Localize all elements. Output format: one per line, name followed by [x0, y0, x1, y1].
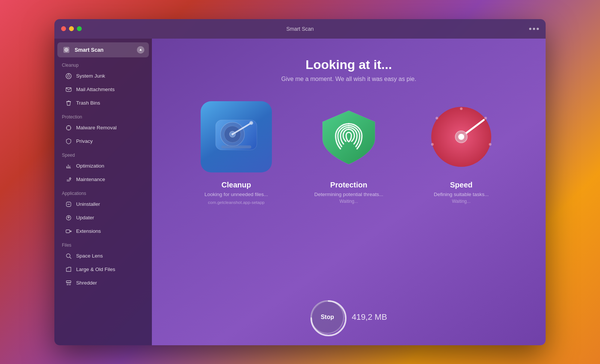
card-speed: Speed Defining suitable tasks... Waiting…	[412, 101, 510, 204]
protection-card-subtitle: Determining potential threats...	[314, 192, 383, 197]
trash-bins-label: Trash Bins	[76, 100, 100, 106]
svg-point-43	[489, 143, 492, 145]
svg-point-42	[484, 117, 487, 119]
traffic-lights	[61, 26, 82, 31]
large-files-icon	[65, 266, 72, 273]
privacy-label: Privacy	[76, 138, 93, 144]
sidebar-item-extensions[interactable]: Extensions	[57, 225, 149, 238]
dot-icon	[533, 28, 535, 30]
protection-card-title: Protection	[330, 181, 368, 189]
main-window: Smart Scan Smart Scan	[54, 19, 546, 345]
space-lens-icon	[65, 252, 72, 260]
uninstaller-icon	[65, 201, 72, 208]
titlebar: Smart Scan	[54, 19, 546, 39]
sidebar-item-trash-bins[interactable]: Trash Bins	[57, 97, 149, 109]
system-junk-icon	[65, 72, 72, 80]
section-header-speed: Speed	[54, 148, 152, 159]
more-options[interactable]	[529, 28, 539, 30]
bottom-area: Stop 419,2 MB	[310, 300, 387, 334]
svg-point-48	[458, 134, 464, 140]
mail-attachments-label: Mail Attachments	[76, 87, 115, 92]
sidebar-item-malware-removal[interactable]: Malware Removal	[57, 121, 149, 134]
sidebar-item-large-files[interactable]: Large & Old Files	[57, 263, 149, 276]
svg-point-23	[66, 254, 70, 258]
sidebar-active-label: Smart Scan	[75, 47, 133, 53]
section-header-applications: Applications	[54, 186, 152, 198]
sidebar-item-mail-attachments[interactable]: Mail Attachments	[57, 83, 149, 96]
optimization-label: Optimization	[76, 163, 104, 169]
sidebar: Smart Scan Cleanup System Junk	[54, 39, 152, 345]
svg-rect-22	[66, 230, 70, 233]
gauge-svg-wrap	[426, 101, 497, 172]
svg-line-29	[70, 284, 70, 285]
section-header-cleanup: Cleanup	[54, 58, 152, 69]
card-cleanup: Cleanup Looking for unneeded files... co…	[188, 101, 285, 205]
protection-card-status: Waiting...	[339, 199, 358, 204]
malware-icon	[65, 124, 72, 132]
dot-icon	[529, 28, 531, 30]
close-button[interactable]	[61, 26, 66, 31]
sidebar-item-smart-scan[interactable]: Smart Scan	[57, 42, 149, 57]
dot-icon	[537, 28, 539, 30]
cleanup-card-subtitle: Looking for unneeded files...	[204, 192, 268, 197]
shield-svg-wrap	[313, 101, 384, 172]
svg-point-2	[66, 49, 67, 50]
system-junk-label: System Junk	[76, 73, 105, 79]
updater-icon	[65, 214, 72, 222]
sidebar-item-space-lens[interactable]: Space Lens	[57, 250, 149, 262]
sidebar-item-uninstaller[interactable]: Uninstaller	[57, 198, 149, 211]
svg-rect-39	[221, 145, 251, 148]
sidebar-badge	[137, 46, 144, 54]
sidebar-item-maintenance[interactable]: Maintenance	[57, 173, 149, 186]
extensions-label: Extensions	[76, 228, 101, 234]
section-header-files: Files	[54, 238, 152, 249]
shredder-label: Shredder	[76, 280, 97, 286]
svg-point-45	[431, 143, 434, 145]
uninstaller-label: Uninstaller	[76, 201, 100, 207]
sidebar-item-optimization[interactable]: Optimization	[57, 160, 149, 172]
speed-card-subtitle: Defining suitable tasks...	[434, 192, 489, 197]
svg-rect-25	[66, 281, 71, 283]
optimization-icon	[65, 162, 72, 170]
maintenance-label: Maintenance	[76, 177, 105, 182]
svg-line-24	[70, 257, 71, 259]
trash-icon	[65, 99, 72, 107]
svg-line-27	[68, 284, 68, 285]
malware-removal-label: Malware Removal	[76, 125, 117, 130]
space-lens-label: Space Lens	[76, 253, 103, 259]
cards-row: Cleanup Looking for unneeded files... co…	[167, 101, 531, 205]
svg-point-44	[436, 117, 438, 119]
svg-marker-3	[140, 49, 142, 51]
minimize-button[interactable]	[69, 26, 74, 31]
speed-icon-wrap	[426, 101, 497, 172]
progress-arc	[310, 300, 347, 337]
privacy-icon	[65, 138, 72, 145]
sidebar-item-privacy[interactable]: Privacy	[57, 135, 149, 148]
protection-icon-wrap	[313, 101, 384, 172]
mail-icon	[65, 86, 72, 93]
shredder-icon	[65, 279, 72, 287]
svg-point-38	[249, 121, 253, 125]
fullscreen-button[interactable]	[77, 26, 82, 31]
updater-label: Updater	[76, 215, 94, 220]
card-protection: Protection Determining potential threats…	[300, 101, 398, 204]
large-files-label: Large & Old Files	[76, 267, 115, 272]
sidebar-item-system-junk[interactable]: System Junk	[57, 70, 149, 82]
scan-icon	[62, 45, 71, 54]
size-label: 419,2 MB	[352, 312, 387, 322]
main-title: Looking at it...	[306, 57, 392, 72]
content-area: Smart Scan Cleanup System Junk	[54, 39, 546, 345]
sidebar-item-updater[interactable]: Updater	[57, 211, 149, 224]
main-content: Looking at it... Give me a moment. We al…	[152, 39, 546, 345]
section-header-protection: Protection	[54, 110, 152, 121]
window-title: Smart Scan	[286, 26, 314, 32]
main-subtitle: Give me a moment. We all wish it was eas…	[281, 76, 416, 82]
maintenance-icon	[65, 176, 72, 183]
sidebar-item-shredder[interactable]: Shredder	[57, 277, 149, 289]
extensions-icon	[65, 228, 72, 235]
speed-card-status: Waiting...	[452, 199, 471, 204]
stop-button[interactable]: Stop	[310, 300, 344, 334]
speed-card-title: Speed	[450, 181, 472, 189]
cleanup-card-title: Cleanup	[222, 181, 251, 189]
cleanup-icon-wrap	[201, 101, 272, 172]
